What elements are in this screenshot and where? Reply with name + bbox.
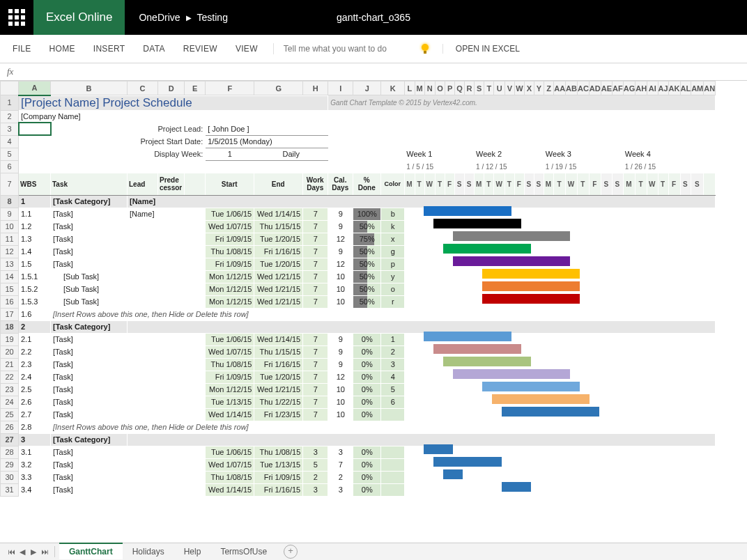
cell[interactable]: Tue 1/20/15 — [254, 258, 303, 270]
row-header[interactable]: 8 — [1, 195, 19, 208]
cell[interactable]: [Task] — [51, 245, 128, 258]
cell[interactable]: 1 — [206, 148, 254, 160]
cell[interactable]: Fri 1/09/15 — [206, 371, 254, 383]
cell[interactable] — [158, 446, 206, 458]
cell[interactable]: 10 — [328, 408, 353, 421]
cell[interactable]: 7 — [303, 345, 328, 358]
cell[interactable]: [Task] — [51, 371, 128, 383]
cell[interactable]: 7 — [303, 245, 328, 258]
cell[interactable]: 7 — [303, 233, 328, 245]
cell[interactable]: 5 — [303, 458, 328, 471]
cell[interactable]: 10 — [328, 283, 353, 295]
column-header[interactable]: Q — [455, 81, 465, 95]
cell[interactable] — [405, 270, 716, 283]
cell[interactable]: 0% — [353, 396, 381, 408]
cell[interactable]: [Task] — [51, 383, 128, 396]
cell[interactable] — [405, 446, 716, 458]
cell[interactable]: Wed 1/21/15 — [254, 383, 303, 396]
cell[interactable] — [128, 233, 158, 245]
cell[interactable]: 9 — [328, 345, 353, 358]
cell[interactable]: 1 / 12 / 15 — [475, 160, 544, 173]
cell[interactable] — [381, 458, 405, 471]
cell[interactable]: 5 — [381, 383, 405, 396]
cell[interactable] — [128, 458, 158, 471]
column-header[interactable]: AN — [704, 81, 716, 95]
cell[interactable] — [185, 173, 206, 195]
ribbon-tab-data[interactable]: DATA — [143, 44, 164, 54]
column-header[interactable]: F — [206, 81, 254, 95]
cell[interactable]: 100% — [353, 208, 381, 220]
cell[interactable]: [Project Name] Project Schedule — [19, 95, 328, 111]
column-header[interactable]: B — [51, 81, 128, 95]
cell[interactable]: 1 — [19, 195, 51, 208]
cell[interactable] — [158, 408, 206, 421]
cell[interactable]: Display Week: — [128, 148, 206, 160]
row-header[interactable]: 11 — [1, 233, 19, 245]
cell[interactable] — [128, 345, 158, 358]
cell[interactable]: Thu 1/08/15 — [254, 446, 303, 458]
cell[interactable] — [381, 483, 405, 496]
cell[interactable]: Mon 1/12/15 — [206, 283, 254, 295]
cell[interactable] — [158, 371, 206, 383]
cell[interactable]: [Task] — [51, 345, 128, 358]
cell[interactable]: T — [554, 173, 566, 195]
row-header[interactable]: 30 — [1, 471, 19, 483]
cell[interactable] — [328, 148, 405, 160]
cell[interactable] — [405, 371, 716, 383]
cell[interactable]: S — [455, 173, 465, 195]
cell[interactable]: Wed 1/07/15 — [206, 458, 254, 471]
column-header[interactable]: AA — [554, 81, 566, 95]
cell[interactable]: Predecessor — [158, 173, 185, 195]
tell-me-input[interactable] — [282, 43, 417, 54]
column-header[interactable]: X — [524, 81, 534, 95]
cell[interactable]: 7 — [303, 408, 328, 421]
cell[interactable] — [128, 471, 158, 483]
cell[interactable] — [704, 148, 716, 160]
document-name[interactable]: gantt-chart_o365 — [337, 12, 410, 23]
cell[interactable] — [405, 458, 716, 471]
column-header[interactable]: Y — [534, 81, 544, 95]
cell[interactable]: 7 — [303, 258, 328, 270]
cell[interactable] — [328, 123, 716, 135]
cell[interactable] — [158, 245, 206, 258]
cell[interactable] — [128, 245, 158, 258]
cell[interactable]: 3 — [19, 433, 51, 446]
ribbon-tab-file[interactable]: FILE — [13, 44, 31, 54]
column-header[interactable]: AJ — [658, 81, 668, 95]
column-header[interactable]: R — [465, 81, 475, 95]
cell[interactable] — [158, 471, 206, 483]
cell[interactable]: 50% — [353, 295, 381, 308]
row-header[interactable]: 23 — [1, 383, 19, 396]
sheet-nav-arrow[interactable]: ⏭ — [39, 547, 50, 556]
cell[interactable]: 6 — [381, 396, 405, 408]
column-header[interactable]: T — [484, 81, 494, 95]
cell[interactable]: Wed 1/14/15 — [254, 333, 303, 345]
cell[interactable]: 7 — [303, 270, 328, 283]
cell[interactable]: x — [381, 233, 405, 245]
cell[interactable]: [Task Category] — [51, 433, 128, 446]
cell[interactable]: F — [589, 173, 601, 195]
row-header[interactable]: 19 — [1, 333, 19, 345]
cell[interactable]: Wed 1/14/15 — [206, 408, 254, 421]
cell[interactable] — [405, 258, 716, 270]
cell[interactable]: 2.5 — [19, 383, 51, 396]
cell[interactable]: [Task] — [51, 258, 128, 270]
cell[interactable]: [Task] — [51, 471, 128, 483]
cell[interactable] — [328, 135, 716, 148]
cell[interactable]: 7 — [303, 383, 328, 396]
cell[interactable]: 2.2 — [19, 345, 51, 358]
cell[interactable] — [158, 208, 206, 220]
cell[interactable]: 1 / 19 / 15 — [544, 160, 623, 173]
cell[interactable] — [19, 160, 405, 173]
cell[interactable]: 12 — [328, 371, 353, 383]
cell[interactable]: [Company Name] — [19, 110, 128, 123]
cell[interactable]: End — [254, 173, 303, 195]
cell[interactable]: o — [381, 283, 405, 295]
cell[interactable]: W — [424, 173, 435, 195]
cell[interactable]: 0% — [353, 458, 381, 471]
cell[interactable]: 1.5.1 — [19, 270, 51, 283]
cell[interactable]: [ John Doe ] — [206, 123, 328, 135]
cell[interactable]: [Task] — [51, 233, 128, 245]
cell[interactable] — [405, 333, 716, 345]
column-header[interactable]: P — [445, 81, 455, 95]
